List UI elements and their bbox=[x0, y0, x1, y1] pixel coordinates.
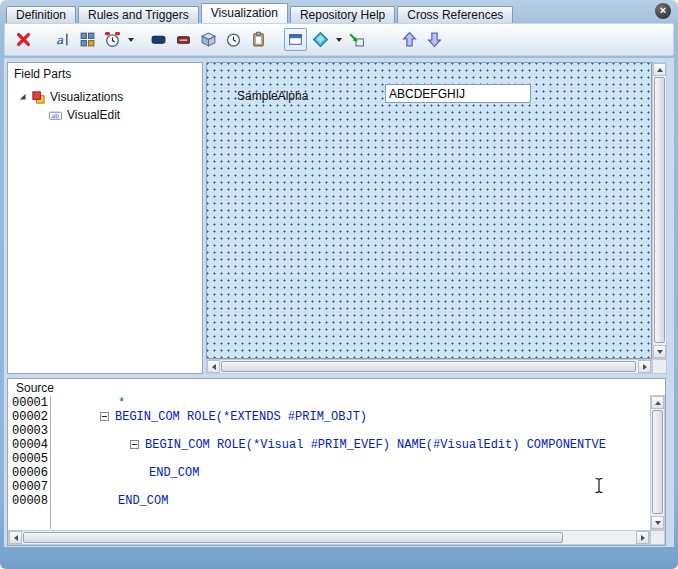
dropdown-arrow-icon bbox=[336, 38, 342, 42]
clock-red-icon bbox=[104, 31, 121, 48]
move-up-button[interactable] bbox=[398, 28, 421, 51]
timer-button[interactable] bbox=[101, 28, 124, 51]
collapse-toggle[interactable] bbox=[130, 440, 139, 449]
svg-text:a: a bbox=[56, 33, 63, 47]
tab-bar: DefinitionRules and TriggersVisualizatio… bbox=[6, 3, 650, 23]
svg-text:ab: ab bbox=[51, 111, 59, 118]
source-horizontal-scrollbar[interactable] bbox=[8, 530, 650, 545]
tab-definition[interactable]: Definition bbox=[6, 6, 76, 23]
source-vertical-scrollbar[interactable] bbox=[650, 395, 665, 530]
text-cursor-icon bbox=[594, 477, 604, 494]
source-code[interactable]: *BEGIN_COM ROLE(*EXTENDS #PRIM_OBJT)BEGI… bbox=[52, 396, 649, 529]
code-text: BEGIN_COM ROLE(*EXTENDS #PRIM_OBJT) bbox=[115, 410, 367, 424]
scroll-track[interactable] bbox=[220, 360, 638, 373]
scrollbar-corner bbox=[652, 359, 667, 374]
up-arrow-icon bbox=[655, 401, 661, 405]
window-icon bbox=[287, 31, 304, 48]
line-number: 00005 bbox=[9, 452, 50, 466]
clipboard-icon bbox=[250, 31, 267, 48]
scroll-left-button[interactable] bbox=[207, 360, 220, 373]
red-x-icon bbox=[15, 31, 32, 48]
down-arrow-icon bbox=[657, 350, 663, 354]
clock-button[interactable] bbox=[222, 28, 245, 51]
code-line[interactable]: END_COM bbox=[52, 466, 649, 480]
source-editor[interactable]: 0000100002000030000400005000060000700008… bbox=[9, 396, 649, 529]
arrow-up-icon bbox=[401, 31, 418, 48]
ruler-button[interactable] bbox=[147, 28, 170, 51]
scroll-track[interactable] bbox=[651, 409, 664, 516]
grid-icon bbox=[79, 31, 96, 48]
line-number: 00006 bbox=[9, 466, 50, 480]
component-dropdown[interactable] bbox=[333, 28, 344, 51]
scroll-thumb[interactable] bbox=[654, 77, 665, 343]
code-line[interactable] bbox=[52, 480, 649, 494]
visualizations-icon bbox=[30, 90, 47, 105]
design-horizontal-scrollbar[interactable] bbox=[206, 359, 652, 374]
edit-field-button[interactable]: a bbox=[51, 28, 74, 51]
field-parts-tree: VisualizationsabVisualEdit bbox=[8, 88, 202, 124]
tab-cross-references[interactable]: Cross References bbox=[397, 6, 513, 23]
collapse-toggle[interactable] bbox=[100, 412, 109, 421]
code-line[interactable]: BEGIN_COM ROLE(*EXTENDS #PRIM_OBJT) bbox=[52, 410, 649, 424]
design-vertical-scrollbar[interactable] bbox=[652, 62, 667, 359]
scroll-right-button[interactable] bbox=[636, 531, 649, 544]
timer-dropdown[interactable] bbox=[125, 28, 136, 51]
scroll-track[interactable] bbox=[22, 531, 636, 544]
code-line[interactable]: END_COM bbox=[52, 494, 649, 508]
content-area: Field Parts VisualizationsabVisualEdit S… bbox=[4, 58, 674, 547]
dropdown-arrow-icon bbox=[128, 38, 134, 42]
scroll-thumb[interactable] bbox=[23, 532, 563, 543]
line-number: 00003 bbox=[9, 424, 50, 438]
tree-item-visualizations[interactable]: Visualizations bbox=[8, 88, 202, 106]
import-button[interactable] bbox=[345, 28, 368, 51]
package-button[interactable] bbox=[197, 28, 220, 51]
visual-edit-icon: ab bbox=[47, 108, 64, 123]
navy-pill-icon bbox=[150, 31, 167, 48]
code-line[interactable]: BEGIN_COM ROLE(*Visual #PRIM_EVEF) NAME(… bbox=[52, 438, 649, 452]
code-text: END_COM bbox=[118, 494, 168, 508]
scroll-right-button[interactable] bbox=[638, 360, 651, 373]
scroll-down-button[interactable] bbox=[651, 516, 664, 529]
delete-button[interactable] bbox=[12, 28, 35, 51]
samplealpha-input[interactable] bbox=[385, 84, 531, 103]
field-edit-icon: a bbox=[54, 31, 71, 48]
code-line[interactable]: * bbox=[52, 396, 649, 410]
design-canvas[interactable]: SampleAlpha bbox=[206, 62, 652, 359]
scroll-thumb[interactable] bbox=[221, 361, 636, 372]
diamond-icon bbox=[312, 31, 329, 48]
field-label: SampleAlpha bbox=[237, 89, 308, 103]
scroll-down-button[interactable] bbox=[653, 345, 666, 358]
close-button[interactable]: × bbox=[655, 3, 671, 19]
code-line[interactable] bbox=[52, 452, 649, 466]
field-parts-title: Field Parts bbox=[8, 63, 202, 81]
paste-button[interactable] bbox=[247, 28, 270, 51]
tree-item-visualedit[interactable]: abVisualEdit bbox=[8, 106, 202, 124]
scroll-track[interactable] bbox=[653, 76, 666, 345]
scroll-left-button[interactable] bbox=[9, 531, 22, 544]
scroll-thumb[interactable] bbox=[652, 410, 663, 514]
tab-rules-and-triggers[interactable]: Rules and Triggers bbox=[78, 6, 199, 23]
toolbar: a bbox=[4, 23, 674, 56]
field-parts-panel: Field Parts VisualizationsabVisualEdit bbox=[7, 62, 203, 374]
component-button[interactable] bbox=[309, 28, 332, 51]
line-number: 00002 bbox=[9, 410, 50, 424]
code-line[interactable] bbox=[52, 424, 649, 438]
line-number: 00001 bbox=[9, 396, 50, 410]
tab-visualization[interactable]: Visualization bbox=[201, 3, 288, 23]
line-number: 00007 bbox=[9, 480, 50, 494]
tab-repository-help[interactable]: Repository Help bbox=[290, 6, 395, 23]
scroll-up-button[interactable] bbox=[653, 63, 666, 76]
code-text: * bbox=[118, 396, 125, 410]
down-arrow-icon bbox=[655, 521, 661, 525]
scroll-up-button[interactable] bbox=[651, 396, 664, 409]
line-number-gutter: 0000100002000030000400005000060000700008 bbox=[9, 396, 51, 529]
field-list-button[interactable] bbox=[76, 28, 99, 51]
left-arrow-icon bbox=[14, 535, 18, 541]
window-button[interactable] bbox=[284, 28, 307, 51]
up-arrow-icon bbox=[657, 68, 663, 72]
rules-button[interactable] bbox=[172, 28, 195, 51]
source-panel: Source 000010000200003000040000500006000… bbox=[7, 378, 666, 546]
code-text: END_COM bbox=[149, 466, 199, 480]
move-down-button[interactable] bbox=[423, 28, 446, 51]
code-text: BEGIN_COM ROLE(*Visual #PRIM_EVEF) NAME(… bbox=[145, 438, 606, 452]
